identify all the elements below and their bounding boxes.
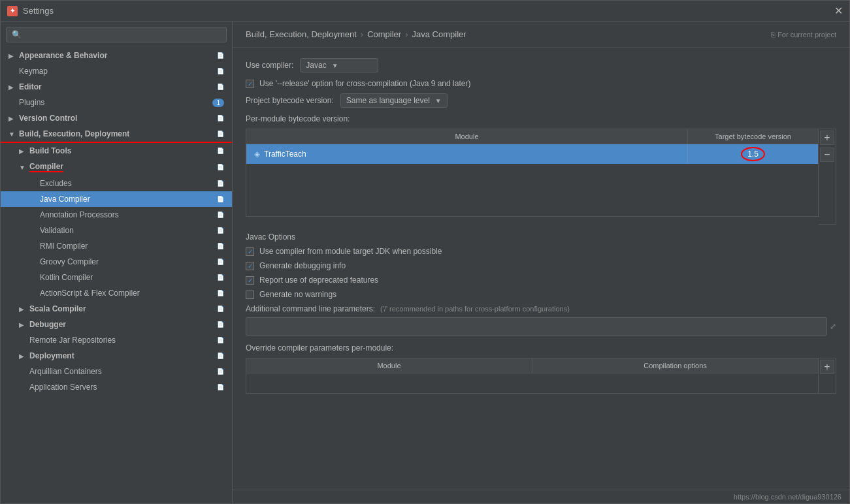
additional-params-section: Additional command line parameters: ('/'… [246,304,836,336]
window-title: Settings [23,6,54,16]
app-icon: ✦ [7,6,18,16]
sidebar-item-build-tools[interactable]: ▶Build Tools📄 [1,143,232,159]
page-icon: 📄 [217,290,224,296]
arrow-icon: ▼ [19,164,27,171]
use-compiler-row: Use compiler: Javac ▼ [246,58,836,72]
sidebar-item-validation[interactable]: Validation📄 [1,223,232,238]
table-body: ◈ TrafficTeach 1.5 [246,144,818,216]
sidebar-item-kotlin-compiler[interactable]: Kotlin Compiler📄 [1,270,232,285]
breadcrumb-part2: Compiler [367,29,401,39]
page-icon: 📄 [217,243,224,249]
for-project-label: ⎘ For current project [771,31,836,39]
checkbox-row-use-compiler-module: Use compiler from module target JDK when… [246,247,836,256]
arrow-icon: ▶ [8,52,16,59]
sidebar-label: Java Compiler [40,195,90,204]
sidebar-label: Groovy Compiler [40,257,99,266]
titlebar: ✦ Settings ✕ [1,1,849,22]
override-table-body [246,373,818,393]
sidebar-item-excludes[interactable]: Excludes📄 [1,176,232,191]
sidebar-item-appearance[interactable]: ▶Appearance & Behavior📄 [1,48,232,63]
sidebar-item-version-control[interactable]: ▶Version Control📄 [1,110,232,126]
sidebar-label: Remote Jar Repositories [29,336,116,345]
checkbox-row-generate-debug: Generate debugging info [246,261,836,270]
sidebar-label: Annotation Processors [40,210,119,219]
page-icon: 📄 [217,131,224,137]
sidebar-item-scala-compiler[interactable]: ▶Scala Compiler📄 [1,301,232,317]
module-name: TrafficTeach [264,150,306,159]
arrow-icon: ▶ [19,321,27,328]
target-version-cell: 1.5 [687,144,818,164]
sidebar-item-keymap[interactable]: Keymap📄 [1,63,232,79]
add-module-button[interactable]: + [820,131,834,145]
project-bytecode-label: Project bytecode version: [246,96,334,105]
expand-icon[interactable]: ⤢ [830,322,836,331]
checkbox-generate-debug[interactable] [246,262,254,270]
override-col-compilation: Compilation options [532,358,818,373]
sidebar-item-actionscript-compiler[interactable]: ActionScript & Flex Compiler📄 [1,285,232,301]
sidebar-item-build-execution[interactable]: ▼Build, Execution, Deployment📄 [1,126,232,143]
sidebar-item-app-servers[interactable]: Application Servers📄 [1,379,232,395]
search-box[interactable]: 🔍 [6,27,227,42]
sidebar-label: RMI Compiler [40,242,88,251]
close-button[interactable]: ✕ [834,5,843,17]
breadcrumb-current: Java Compiler [412,29,466,39]
additional-params-input[interactable] [246,317,827,336]
col-module-header: Module [246,129,687,144]
checkbox-use-compiler-module[interactable] [246,247,254,256]
override-table: Module Compilation options [246,358,819,394]
sidebar-item-rmi-compiler[interactable]: RMI Compiler📄 [1,238,232,254]
settings-window: ✦ Settings ✕ 🔍 ▶Appearance & Behavior📄Ke… [0,0,850,504]
override-label: Override compiler parameters per-module: [246,343,836,353]
sidebar-item-java-compiler[interactable]: Java Compiler📄 [1,191,232,207]
table-row[interactable]: ◈ TrafficTeach 1.5 [246,144,818,164]
sidebar-label: Application Servers [29,383,97,392]
checkbox-generate-no-warnings[interactable] [246,291,254,299]
col-target-header: Target bytecode version [687,129,818,144]
arrow-icon: ▶ [19,306,27,313]
override-table-container: Module Compilation options + [246,358,836,394]
sidebar-item-debugger[interactable]: ▶Debugger📄 [1,317,232,332]
sidebar-item-deployment[interactable]: ▶Deployment📄 [1,348,232,364]
sidebar-label: Arquillian Containers [29,367,102,376]
checkbox-label-generate-no-warnings: Generate no warnings [259,290,336,299]
additional-params-label: Additional command line parameters: [246,304,375,313]
page-icon: 📄 [217,180,224,187]
bytecode-select-arrow-icon: ▼ [435,97,442,104]
page-icon: 📄 [217,321,224,328]
arrow-icon: ▶ [8,84,16,91]
breadcrumb: Build, Execution, Deployment › Compiler … [233,22,849,48]
search-input[interactable] [25,30,221,39]
checkbox-label-generate-debug: Generate debugging info [259,261,346,270]
page-icon: 📄 [217,164,224,170]
sidebar-items: ▶Appearance & Behavior📄Keymap📄▶Editor📄Pl… [1,48,232,395]
status-url: https://blog.csdn.net/digua930126 [734,493,842,501]
sidebar-item-compiler[interactable]: ▼Compiler📄 [1,159,232,176]
settings-panel: Build, Execution, Deployment › Compiler … [233,22,849,503]
sidebar-item-arquillian[interactable]: Arquillian Containers📄 [1,364,232,379]
sidebar-label: Debugger [29,320,66,329]
page-icon: 📄 [217,84,224,90]
sidebar-label: Plugins [19,98,44,107]
checkbox-report-deprecated[interactable] [246,276,254,285]
per-module-label: Per-module bytecode version: [246,114,836,123]
sidebar-item-annotation-processors[interactable]: Annotation Processors📄 [1,207,232,223]
page-icon: 📄 [217,115,224,121]
release-option-checkbox[interactable] [246,80,254,88]
sidebar-label: Kotlin Compiler [40,273,93,282]
sidebar-item-remote-jar[interactable]: Remote Jar Repositories📄 [1,332,232,348]
sidebar-label: Deployment [29,351,74,360]
table-side-controls: + − [819,129,836,225]
project-bytecode-select[interactable]: Same as language level ▼ [340,93,448,108]
breadcrumb-sep1: › [361,29,363,39]
sidebar-item-plugins[interactable]: Plugins1 [1,95,232,110]
sidebar-item-editor[interactable]: ▶Editor📄 [1,79,232,95]
module-icon: ◈ [254,150,260,159]
sidebar-label: Excludes [40,179,72,188]
add-override-button[interactable]: + [820,360,834,374]
sidebar-item-groovy-compiler[interactable]: Groovy Compiler📄 [1,254,232,270]
remove-module-button[interactable]: − [820,148,834,162]
sidebar-label: Validation [40,226,74,235]
override-section: Override compiler parameters per-module:… [246,343,836,394]
use-compiler-select[interactable]: Javac ▼ [300,58,378,72]
sidebar-label: Appearance & Behavior [19,51,107,60]
